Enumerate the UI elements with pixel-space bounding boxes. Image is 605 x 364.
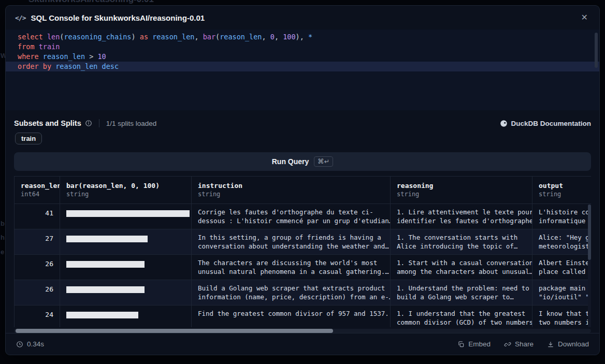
- code-line[interactable]: order by reason_len desc: [6, 62, 599, 71]
- splits-status: 1/1 splits loaded: [106, 120, 157, 127]
- column-type: string: [198, 191, 384, 198]
- column-header-instruction[interactable]: instructionstring: [192, 177, 391, 204]
- code-token: ,: [275, 33, 283, 41]
- cell-instruction: The characters are discussing the world'…: [192, 255, 391, 280]
- download-label: Download: [558, 340, 589, 348]
- cell-bar: [60, 204, 192, 229]
- sql-editor[interactable]: select len(reasoning_chains) as reason_l…: [6, 30, 599, 110]
- duckdb-doc-link[interactable]: DuckDB Documentation: [500, 120, 591, 127]
- code-token: len: [47, 33, 60, 41]
- code-token: reasoning_chains: [64, 33, 131, 41]
- info-icon[interactable]: [85, 120, 92, 127]
- column-type: string: [66, 191, 185, 198]
- shortcut-kbd: ⌘↵: [314, 156, 333, 167]
- sql-editor-lines: select len(reasoning_chains) as reason_l…: [6, 32, 599, 71]
- link-icon: [504, 341, 511, 348]
- table-row[interactable]: 26The characters are discussing the worl…: [15, 255, 591, 280]
- table-row[interactable]: 41Corrige les fautes d'orthographe du te…: [15, 204, 591, 229]
- bar-fill: [66, 286, 145, 293]
- modal-title: SQL Console for SkunkworksAI/reasoning-0…: [31, 13, 205, 22]
- editor-scrollbar[interactable]: [595, 33, 598, 68]
- column-header-bar-reason_len-0-100-[interactable]: bar(reason_len, 0, 100)string: [60, 177, 192, 204]
- clock-icon: [16, 341, 23, 348]
- horizontal-scrollbar-thumb[interactable]: [16, 329, 333, 333]
- code-token: ,: [194, 33, 203, 41]
- splits-chip-row: train: [15, 133, 591, 145]
- background-fragment: h: [1, 234, 5, 241]
- code-token: 10: [97, 52, 106, 61]
- cell-bar: [60, 305, 192, 327]
- column-type: string: [539, 191, 591, 198]
- subsets-label: Subsets and Splits: [14, 119, 81, 127]
- background-fragment: e: [1, 248, 4, 256]
- embed-button[interactable]: Embed: [457, 340, 491, 348]
- table-row[interactable]: 27In this setting, a group of friends is…: [15, 229, 591, 255]
- table-row[interactable]: 26Build a Golang web scraper that extrac…: [15, 280, 591, 305]
- results-table: reason_lenint64bar(reason_len, 0, 100)st…: [14, 176, 591, 327]
- footer-actions: Embed Share Download: [457, 340, 589, 348]
- code-token: order by: [18, 62, 55, 70]
- close-button[interactable]: ✕: [579, 11, 590, 24]
- table-vertical-scrollbar[interactable]: [588, 205, 591, 327]
- duckdb-icon: [500, 120, 508, 127]
- code-token: ),: [296, 33, 308, 41]
- code-line[interactable]: where reason_len > 10: [6, 52, 599, 62]
- table-row[interactable]: 24Find the greatest common divisor of 95…: [15, 305, 591, 327]
- cell-reason-len: 26: [15, 280, 60, 305]
- bar-fill: [66, 312, 138, 318]
- split-chip-train[interactable]: train: [15, 133, 42, 144]
- vertical-scrollbar-thumb[interactable]: [588, 205, 591, 260]
- cell-bar: [60, 255, 192, 280]
- code-token: reason_len: [220, 33, 262, 41]
- background-fragment: b: [1, 220, 5, 227]
- embed-icon: [457, 341, 465, 348]
- cell-bar: [60, 280, 192, 305]
- cell-output: Albert Einste place called: [532, 255, 591, 280]
- table-header-row: reason_lenint64bar(reason_len, 0, 100)st…: [15, 177, 591, 204]
- share-button[interactable]: Share: [504, 340, 534, 348]
- code-token: (: [215, 33, 220, 41]
- run-query-button[interactable]: Run Query ⌘↵: [14, 152, 591, 171]
- cell-output: I know that t two numbers i…: [532, 305, 591, 327]
- column-name: reason_len: [21, 182, 53, 190]
- column-header-output[interactable]: outputstring: [532, 177, 591, 204]
- code-token: bar: [203, 33, 215, 41]
- code-token: [97, 62, 102, 70]
- cell-instruction: In this setting, a group of friends is h…: [192, 229, 391, 255]
- column-name: reasoning: [397, 182, 526, 190]
- background-page-title: SkunkworksAI/reasoning-0.01: [28, 0, 154, 5]
- column-name: bar(reason_len, 0, 100): [66, 182, 185, 190]
- code-icon: </>: [15, 14, 25, 22]
- cell-reason-len: 26: [15, 255, 60, 280]
- cell-output: L'histoire co informatique: [532, 204, 591, 229]
- divider: [99, 119, 99, 127]
- cell-reason-len: 41: [15, 204, 60, 229]
- run-query-label: Run Query: [272, 157, 309, 166]
- code-line[interactable]: select len(reasoning_chains) as reason_l…: [6, 32, 599, 42]
- duckdb-doc-label: DuckDB Documentation: [511, 120, 591, 127]
- code-token: reason_len: [55, 62, 97, 70]
- cell-instruction: Build a Golang web scraper that extracts…: [192, 280, 391, 305]
- query-duration-value: 0.34s: [27, 340, 44, 348]
- download-icon: [547, 341, 554, 348]
- share-label: Share: [515, 340, 534, 348]
- code-token: ,: [262, 33, 270, 41]
- column-header-reason_len[interactable]: reason_lenint64: [15, 177, 60, 204]
- code-token: 0: [270, 33, 275, 41]
- column-header-reasoning[interactable]: reasoningstring: [391, 177, 532, 204]
- column-type: int64: [21, 191, 53, 198]
- column-type: string: [397, 191, 526, 198]
- modal-header: </> SQL Console for SkunkworksAI/reasoni…: [6, 6, 599, 30]
- table-horizontal-scrollbar[interactable]: [14, 329, 591, 333]
- code-token: where: [18, 52, 43, 61]
- cell-reason-len: 27: [15, 229, 60, 255]
- cell-output: package main "io/ioutil" ": [532, 280, 591, 305]
- column-name: instruction: [198, 182, 384, 190]
- column-name: output: [539, 182, 591, 190]
- download-button[interactable]: Download: [547, 340, 589, 348]
- sql-console-modal: </> SQL Console for SkunkworksAI/reasoni…: [5, 5, 600, 355]
- bar-fill: [66, 261, 145, 268]
- cell-bar: [60, 229, 192, 255]
- code-token: train: [39, 42, 60, 51]
- code-line[interactable]: from train: [6, 42, 599, 52]
